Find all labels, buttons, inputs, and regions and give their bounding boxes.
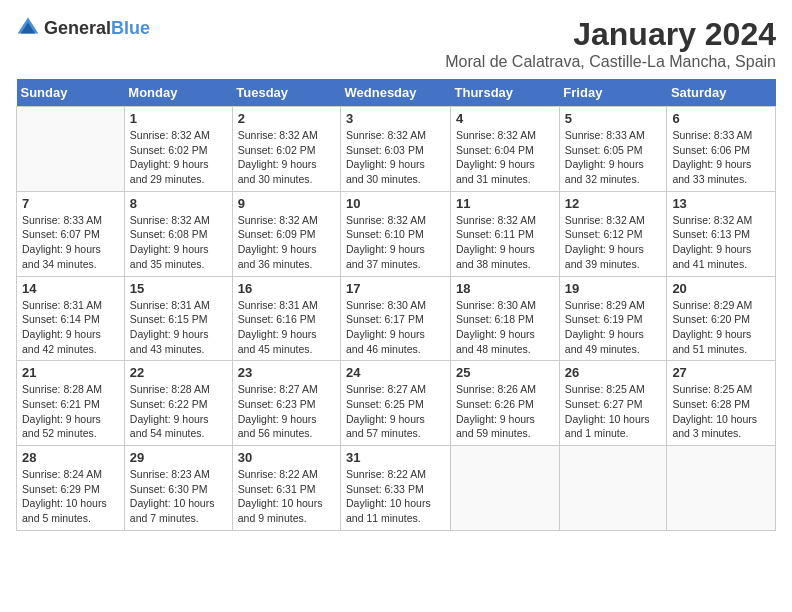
- day-number: 30: [238, 450, 335, 465]
- table-row: 9Sunrise: 8:32 AM Sunset: 6:09 PM Daylig…: [232, 191, 340, 276]
- table-row: 2Sunrise: 8:32 AM Sunset: 6:02 PM Daylig…: [232, 107, 340, 192]
- day-info: Sunrise: 8:25 AM Sunset: 6:27 PM Dayligh…: [565, 382, 662, 441]
- table-row: 23Sunrise: 8:27 AM Sunset: 6:23 PM Dayli…: [232, 361, 340, 446]
- day-info: Sunrise: 8:25 AM Sunset: 6:28 PM Dayligh…: [672, 382, 770, 441]
- day-info: Sunrise: 8:32 AM Sunset: 6:08 PM Dayligh…: [130, 213, 227, 272]
- calendar-row: 28Sunrise: 8:24 AM Sunset: 6:29 PM Dayli…: [17, 446, 776, 531]
- table-row: 17Sunrise: 8:30 AM Sunset: 6:17 PM Dayli…: [341, 276, 451, 361]
- table-row: 6Sunrise: 8:33 AM Sunset: 6:06 PM Daylig…: [667, 107, 776, 192]
- day-number: 31: [346, 450, 445, 465]
- logo-blue: Blue: [111, 18, 150, 38]
- table-row: 21Sunrise: 8:28 AM Sunset: 6:21 PM Dayli…: [17, 361, 125, 446]
- table-row: 15Sunrise: 8:31 AM Sunset: 6:15 PM Dayli…: [124, 276, 232, 361]
- calendar-header-row: Sunday Monday Tuesday Wednesday Thursday…: [17, 79, 776, 107]
- col-friday: Friday: [559, 79, 667, 107]
- subtitle: Moral de Calatrava, Castille-La Mancha, …: [445, 53, 776, 71]
- day-number: 27: [672, 365, 770, 380]
- table-row: 22Sunrise: 8:28 AM Sunset: 6:22 PM Dayli…: [124, 361, 232, 446]
- day-info: Sunrise: 8:31 AM Sunset: 6:14 PM Dayligh…: [22, 298, 119, 357]
- logo-icon: [16, 16, 40, 40]
- day-info: Sunrise: 8:33 AM Sunset: 6:06 PM Dayligh…: [672, 128, 770, 187]
- day-info: Sunrise: 8:31 AM Sunset: 6:16 PM Dayligh…: [238, 298, 335, 357]
- day-number: 3: [346, 111, 445, 126]
- day-info: Sunrise: 8:32 AM Sunset: 6:04 PM Dayligh…: [456, 128, 554, 187]
- col-monday: Monday: [124, 79, 232, 107]
- table-row: 25Sunrise: 8:26 AM Sunset: 6:26 PM Dayli…: [451, 361, 560, 446]
- day-info: Sunrise: 8:27 AM Sunset: 6:23 PM Dayligh…: [238, 382, 335, 441]
- day-info: Sunrise: 8:29 AM Sunset: 6:20 PM Dayligh…: [672, 298, 770, 357]
- day-info: Sunrise: 8:31 AM Sunset: 6:15 PM Dayligh…: [130, 298, 227, 357]
- table-row: 19Sunrise: 8:29 AM Sunset: 6:19 PM Dayli…: [559, 276, 667, 361]
- day-info: Sunrise: 8:22 AM Sunset: 6:33 PM Dayligh…: [346, 467, 445, 526]
- day-number: 10: [346, 196, 445, 211]
- day-number: 7: [22, 196, 119, 211]
- day-number: 19: [565, 281, 662, 296]
- table-row: [559, 446, 667, 531]
- col-thursday: Thursday: [451, 79, 560, 107]
- day-number: 1: [130, 111, 227, 126]
- day-number: 12: [565, 196, 662, 211]
- table-row: 8Sunrise: 8:32 AM Sunset: 6:08 PM Daylig…: [124, 191, 232, 276]
- table-row: 11Sunrise: 8:32 AM Sunset: 6:11 PM Dayli…: [451, 191, 560, 276]
- day-number: 5: [565, 111, 662, 126]
- day-number: 2: [238, 111, 335, 126]
- day-number: 17: [346, 281, 445, 296]
- table-row: 3Sunrise: 8:32 AM Sunset: 6:03 PM Daylig…: [341, 107, 451, 192]
- day-info: Sunrise: 8:33 AM Sunset: 6:07 PM Dayligh…: [22, 213, 119, 272]
- logo: GeneralBlue: [16, 16, 150, 40]
- table-row: 12Sunrise: 8:32 AM Sunset: 6:12 PM Dayli…: [559, 191, 667, 276]
- col-sunday: Sunday: [17, 79, 125, 107]
- day-number: 9: [238, 196, 335, 211]
- table-row: 16Sunrise: 8:31 AM Sunset: 6:16 PM Dayli…: [232, 276, 340, 361]
- day-number: 16: [238, 281, 335, 296]
- table-row: 30Sunrise: 8:22 AM Sunset: 6:31 PM Dayli…: [232, 446, 340, 531]
- col-tuesday: Tuesday: [232, 79, 340, 107]
- page-header: GeneralBlue January 2024 Moral de Calatr…: [16, 16, 776, 71]
- day-info: Sunrise: 8:32 AM Sunset: 6:10 PM Dayligh…: [346, 213, 445, 272]
- day-info: Sunrise: 8:32 AM Sunset: 6:09 PM Dayligh…: [238, 213, 335, 272]
- day-number: 4: [456, 111, 554, 126]
- day-info: Sunrise: 8:28 AM Sunset: 6:22 PM Dayligh…: [130, 382, 227, 441]
- calendar-table: Sunday Monday Tuesday Wednesday Thursday…: [16, 79, 776, 531]
- calendar-row: 14Sunrise: 8:31 AM Sunset: 6:14 PM Dayli…: [17, 276, 776, 361]
- day-number: 13: [672, 196, 770, 211]
- day-info: Sunrise: 8:30 AM Sunset: 6:17 PM Dayligh…: [346, 298, 445, 357]
- table-row: 4Sunrise: 8:32 AM Sunset: 6:04 PM Daylig…: [451, 107, 560, 192]
- day-info: Sunrise: 8:32 AM Sunset: 6:13 PM Dayligh…: [672, 213, 770, 272]
- day-number: 18: [456, 281, 554, 296]
- table-row: 18Sunrise: 8:30 AM Sunset: 6:18 PM Dayli…: [451, 276, 560, 361]
- day-number: 29: [130, 450, 227, 465]
- logo-text: GeneralBlue: [44, 18, 150, 39]
- day-number: 14: [22, 281, 119, 296]
- day-info: Sunrise: 8:32 AM Sunset: 6:03 PM Dayligh…: [346, 128, 445, 187]
- table-row: 13Sunrise: 8:32 AM Sunset: 6:13 PM Dayli…: [667, 191, 776, 276]
- day-number: 8: [130, 196, 227, 211]
- table-row: 31Sunrise: 8:22 AM Sunset: 6:33 PM Dayli…: [341, 446, 451, 531]
- table-row: 7Sunrise: 8:33 AM Sunset: 6:07 PM Daylig…: [17, 191, 125, 276]
- table-row: 24Sunrise: 8:27 AM Sunset: 6:25 PM Dayli…: [341, 361, 451, 446]
- day-number: 11: [456, 196, 554, 211]
- calendar-row: 1Sunrise: 8:32 AM Sunset: 6:02 PM Daylig…: [17, 107, 776, 192]
- day-info: Sunrise: 8:30 AM Sunset: 6:18 PM Dayligh…: [456, 298, 554, 357]
- day-number: 24: [346, 365, 445, 380]
- day-number: 20: [672, 281, 770, 296]
- calendar-row: 21Sunrise: 8:28 AM Sunset: 6:21 PM Dayli…: [17, 361, 776, 446]
- logo-general: General: [44, 18, 111, 38]
- day-info: Sunrise: 8:29 AM Sunset: 6:19 PM Dayligh…: [565, 298, 662, 357]
- table-row: 1Sunrise: 8:32 AM Sunset: 6:02 PM Daylig…: [124, 107, 232, 192]
- table-row: 26Sunrise: 8:25 AM Sunset: 6:27 PM Dayli…: [559, 361, 667, 446]
- day-number: 23: [238, 365, 335, 380]
- day-number: 6: [672, 111, 770, 126]
- table-row: [667, 446, 776, 531]
- col-wednesday: Wednesday: [341, 79, 451, 107]
- day-number: 21: [22, 365, 119, 380]
- day-info: Sunrise: 8:27 AM Sunset: 6:25 PM Dayligh…: [346, 382, 445, 441]
- table-row: 5Sunrise: 8:33 AM Sunset: 6:05 PM Daylig…: [559, 107, 667, 192]
- day-info: Sunrise: 8:28 AM Sunset: 6:21 PM Dayligh…: [22, 382, 119, 441]
- day-info: Sunrise: 8:26 AM Sunset: 6:26 PM Dayligh…: [456, 382, 554, 441]
- table-row: [451, 446, 560, 531]
- day-info: Sunrise: 8:32 AM Sunset: 6:02 PM Dayligh…: [130, 128, 227, 187]
- col-saturday: Saturday: [667, 79, 776, 107]
- day-number: 22: [130, 365, 227, 380]
- table-row: 20Sunrise: 8:29 AM Sunset: 6:20 PM Dayli…: [667, 276, 776, 361]
